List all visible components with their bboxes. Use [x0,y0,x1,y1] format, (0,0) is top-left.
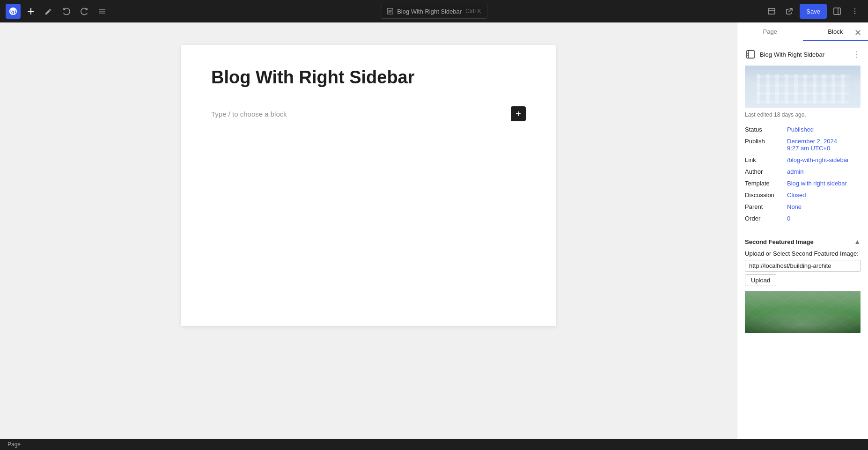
svg-rect-4 [768,8,775,14]
sidebar-close-button[interactable]: ✕ [851,26,864,39]
placeholder-text: Type / to choose a block [211,110,287,118]
svg-rect-2 [99,13,105,14]
order-label: Order [745,213,787,224]
publish-row: Publish December 2, 2024 9:27 am UTC+0 [745,135,861,154]
wp-logo[interactable] [6,4,21,19]
sidebar-body: Blog With Right Sidebar ⋮ Last edited 18… [737,41,868,439]
page-title-bar[interactable]: Blog With Right Sidebar Ctrl+K [381,4,487,19]
status-value[interactable]: Published [787,126,814,133]
editor-area[interactable]: Blog With Right Sidebar Type / to choose… [0,22,737,439]
discussion-row: Discussion Closed [745,189,861,201]
block-header: Blog With Right Sidebar ⋮ [745,49,861,60]
edit-button[interactable] [41,4,56,19]
discussion-label: Discussion [745,189,787,201]
page-heading[interactable]: Blog With Right Sidebar [211,67,526,88]
list-view-button[interactable] [95,4,110,19]
save-button[interactable]: Save [800,4,827,19]
author-row: Author admin [745,166,861,177]
external-link-button[interactable] [782,4,797,19]
link-row: Link /blog-with-right-sidebar [745,154,861,166]
block-icon [745,49,756,60]
sidebar: Page Block ✕ Blog With Right Sidebar ⋮ L… [737,22,868,439]
status-row: Status Published [745,124,861,135]
second-featured-image-section-header: Second Featured Image ▲ [745,232,861,250]
block-placeholder[interactable]: Type / to choose a block + [211,103,526,125]
template-label: Template [745,177,787,189]
publish-label: Publish [745,135,787,154]
last-edited-text: Last edited 18 days ago. [745,111,861,118]
author-value[interactable]: admin [787,168,803,175]
svg-point-7 [854,11,855,12]
toolbar: Blog With Right Sidebar Ctrl+K Save [0,0,868,22]
sidebar-toggle-button[interactable] [830,4,845,19]
more-options-button[interactable] [847,4,862,19]
block-name-label: Blog With Right Sidebar [760,51,849,58]
tab-page[interactable]: Page [737,22,803,41]
publish-time[interactable]: 9:27 am UTC+0 [787,145,830,152]
template-value[interactable]: Blog with right sidebar [787,180,847,187]
status-bar: Page [0,439,868,450]
editor-content: Blog With Right Sidebar Type / to choose… [181,45,556,326]
section-toggle-button[interactable]: ▲ [854,238,861,245]
second-featured-image-content: Upload or Select Second Featured Image: … [745,250,861,333]
parent-label: Parent [745,201,787,213]
shortcut-label: Ctrl+K [465,8,481,15]
second-featured-image-preview [745,291,861,333]
link-label: Link [745,154,787,166]
main-layout: Blog With Right Sidebar Type / to choose… [0,22,868,439]
publish-date[interactable]: December 2, 2024 [787,138,837,145]
order-value[interactable]: 0 [787,215,790,222]
add-block-inline-button[interactable]: + [511,106,526,121]
svg-point-6 [854,8,855,9]
upload-url-input[interactable] [745,260,861,272]
svg-rect-1 [99,11,105,12]
discussion-value[interactable]: Closed [787,192,806,199]
template-row: Template Blog with right sidebar [745,177,861,189]
svg-point-8 [854,13,855,14]
block-more-button[interactable]: ⋮ [853,50,861,59]
meta-table: Status Published Publish December 2, 202… [745,124,861,224]
undo-button[interactable] [59,4,74,19]
featured-image [745,66,861,108]
parent-row: Parent None [745,201,861,213]
author-label: Author [745,166,787,177]
svg-rect-0 [99,9,105,10]
upload-button[interactable]: Upload [745,274,776,286]
page-title-text: Blog With Right Sidebar [397,8,462,15]
order-row: Order 0 [745,213,861,224]
add-block-toolbar-button[interactable] [23,4,38,19]
parent-value[interactable]: None [787,203,802,210]
sidebar-tabs: Page Block ✕ [737,22,868,41]
status-label: Status [745,124,787,135]
second-featured-image-title: Second Featured Image [745,238,814,245]
status-bar-label: Page [7,441,21,448]
svg-rect-9 [747,51,754,58]
link-value[interactable]: /blog-with-right-sidebar [787,156,849,163]
svg-rect-5 [834,8,840,15]
view-button[interactable] [764,4,779,19]
upload-label: Upload or Select Second Featured Image: [745,250,861,257]
redo-button[interactable] [77,4,92,19]
